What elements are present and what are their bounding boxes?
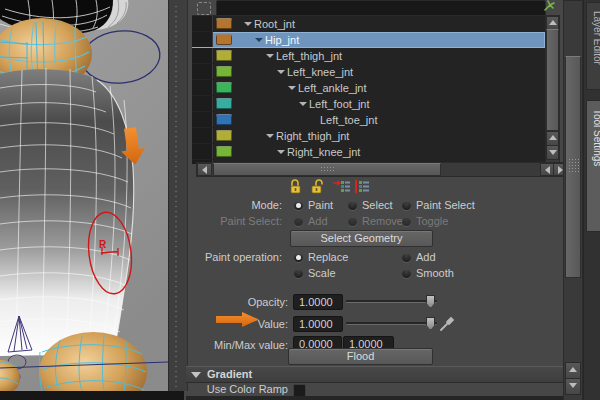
opacity-slider-handle[interactable]	[426, 295, 435, 308]
influence-color-swatch[interactable]	[216, 34, 232, 45]
row-left-cell	[192, 128, 213, 143]
paint-op-smooth-radio[interactable]	[402, 269, 411, 278]
mode-select-radio[interactable]	[348, 201, 357, 210]
influence-tree[interactable]: Root_jntHip_jntLeft_thigh_jntLeft_knee_j…	[192, 15, 545, 164]
paint-select-remove-label: Remove	[362, 215, 403, 227]
maya-paint-skin-weights-window: R Root_jntHip_jntLeft_thigh_jntLeft_knee…	[0, 0, 600, 400]
mode-paint-select-radio[interactable]	[402, 201, 411, 210]
paint-op-scale-label[interactable]: Scale	[308, 267, 336, 279]
hold-weights-lock-icon[interactable]	[287, 179, 303, 194]
expand-arrow-icon[interactable]	[244, 22, 252, 26]
left-arrow-icon	[202, 166, 207, 174]
tree-scroll-left2-button[interactable]	[540, 163, 554, 176]
paint-op-add-radio[interactable]	[402, 253, 411, 262]
mode-paint-radio[interactable]	[294, 201, 303, 210]
influence-name-label[interactable]: Left_ankle_jnt	[298, 82, 367, 94]
tree-scroll-up-button[interactable]	[546, 16, 559, 30]
value-field[interactable]: 1.0000	[293, 316, 343, 332]
influence-name-label[interactable]: Hip_jnt	[265, 34, 299, 46]
influence-name-label[interactable]: Right_knee_jnt	[287, 146, 360, 158]
tree-vscrollbar[interactable]	[545, 15, 560, 165]
influence-color-swatch[interactable]	[216, 130, 232, 141]
influence-name-label[interactable]: Left_foot_jnt	[309, 98, 370, 110]
paint-select-remove-radio	[348, 217, 357, 226]
tree-hscrollbar[interactable]	[196, 162, 568, 177]
sort-influences-arrow-icon[interactable]	[333, 179, 349, 194]
mode-select-label[interactable]: Select	[362, 199, 393, 211]
opacity-field[interactable]: 1.0000	[293, 294, 343, 310]
expand-arrow-icon[interactable]	[277, 150, 285, 154]
influence-row[interactable]: Right_knee_jnt	[192, 144, 545, 161]
tree-hscroll-thumb[interactable]	[213, 163, 441, 176]
influence-name-label[interactable]: Left_toe_jnt	[320, 114, 378, 126]
influence-row[interactable]: Root_jnt	[192, 16, 545, 33]
paint-op-replace-radio[interactable]	[294, 253, 303, 262]
influence-row[interactable]: Left_knee_jnt	[192, 64, 545, 81]
mode-paint-label[interactable]: Paint	[308, 199, 333, 211]
svg-text:R: R	[99, 239, 107, 250]
panel-bottom-border	[186, 396, 583, 400]
expand-arrow-icon[interactable]	[266, 134, 274, 138]
influence-row[interactable]: Left_foot_jnt	[192, 96, 545, 113]
use-color-ramp-label: Use Color Ramp	[186, 383, 288, 395]
influence-color-swatch[interactable]	[216, 18, 232, 29]
flood-button[interactable]: Flood	[288, 348, 433, 365]
tree-scroll-left-button[interactable]	[197, 163, 212, 176]
select-geometry-button[interactable]: Select Geometry	[290, 230, 433, 247]
sort-influences-flat-icon[interactable]	[354, 179, 370, 194]
expand-arrow-icon[interactable]	[266, 54, 274, 58]
influence-name-label[interactable]: Left_thigh_jnt	[276, 50, 342, 62]
tree-scroll-down-button[interactable]	[546, 145, 559, 160]
sidebar-tab-strip: Layer Editor Tool Settings	[583, 0, 600, 400]
opacity-slider[interactable]	[346, 300, 437, 303]
panel-scroll-down-button[interactable]	[565, 378, 581, 395]
expand-arrow-icon[interactable]	[277, 70, 285, 74]
viewport-scene: R	[0, 0, 168, 391]
expand-arrow-icon[interactable]	[299, 102, 307, 106]
influence-row[interactable]: Hip_jnt	[192, 32, 545, 49]
paint-op-scale-radio[interactable]	[294, 269, 303, 278]
influence-color-swatch[interactable]	[216, 146, 232, 157]
paint-select-label: Paint Select:	[186, 215, 282, 227]
influence-row[interactable]: Left_ankle_jnt	[192, 80, 545, 97]
panel-splitter[interactable]	[168, 0, 188, 391]
influence-color-swatch[interactable]	[216, 114, 232, 125]
tab-tool-settings[interactable]: Tool Settings	[586, 100, 600, 232]
tab-layer-editor[interactable]: Layer Editor	[586, 2, 600, 90]
splitter-grip-dots	[174, 4, 179, 387]
panel-scroll-up-button[interactable]	[565, 362, 581, 379]
influence-name-label[interactable]: Right_thigh_jnt	[276, 130, 349, 142]
influence-color-swatch[interactable]	[216, 82, 232, 93]
paint-op-smooth-label[interactable]: Smooth	[416, 267, 454, 279]
panel-vscrollbar[interactable]	[563, 0, 583, 400]
filter-clear-icon[interactable]	[543, 0, 557, 11]
influence-name-label[interactable]: Root_jnt	[254, 18, 295, 30]
influence-row[interactable]: Left_toe_jnt	[192, 112, 545, 129]
influence-row[interactable]: Right_thigh_jnt	[192, 128, 545, 145]
eyedropper-icon[interactable]	[440, 315, 454, 331]
viewport-3d[interactable]: R	[0, 0, 168, 391]
paint-op-add-label[interactable]: Add	[416, 251, 436, 263]
paint-select-add-radio	[294, 217, 303, 226]
influence-color-swatch[interactable]	[216, 66, 232, 77]
marquee-select-icon[interactable]	[197, 2, 211, 15]
up-arrow-icon	[549, 135, 557, 140]
gradient-section-header[interactable]: Gradient	[186, 366, 564, 383]
influence-name-label[interactable]: Left_knee_jnt	[287, 66, 353, 78]
paint-select-toggle-label: Toggle	[416, 215, 448, 227]
tree-scroll-up2-button[interactable]	[546, 131, 559, 146]
panel-vscroll-thumb[interactable]	[565, 56, 581, 278]
value-slider-handle[interactable]	[426, 317, 435, 330]
paint-op-replace-label[interactable]: Replace	[308, 251, 348, 263]
expand-arrow-icon[interactable]	[255, 38, 263, 42]
mode-paint-select-label[interactable]: Paint Select	[416, 199, 475, 211]
release-weights-unlock-icon[interactable]	[310, 179, 326, 194]
tree-vscroll-thumb[interactable]	[546, 29, 559, 131]
influence-color-swatch[interactable]	[216, 98, 232, 109]
expand-arrow-icon[interactable]	[288, 86, 296, 90]
influence-row[interactable]: Left_thigh_jnt	[192, 48, 545, 65]
influence-color-swatch[interactable]	[216, 50, 232, 61]
value-slider[interactable]	[346, 322, 437, 325]
down-arrow-icon	[569, 383, 577, 388]
row-left-cell	[192, 80, 213, 95]
